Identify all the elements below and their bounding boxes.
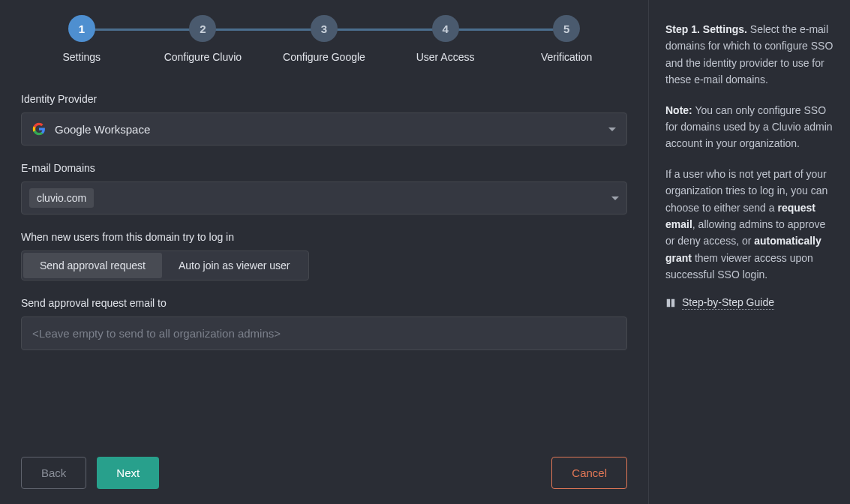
google-icon (32, 122, 46, 136)
step-label-configure-google: Configure Google (283, 51, 365, 63)
step-by-step-guide-link[interactable]: Step-by-Step Guide (665, 296, 833, 310)
step-label-user-access: User Access (416, 51, 475, 63)
help-paragraph-2: Note: You can only configure SSO for dom… (665, 102, 833, 152)
auto-join-viewer-option[interactable]: Auto join as viewer user (162, 253, 307, 278)
identity-provider-select[interactable]: Google Workspace (21, 112, 627, 146)
step-number-3: 3 (311, 15, 338, 42)
chevron-down-icon (611, 196, 619, 200)
step-number-5: 5 (553, 15, 580, 42)
send-approval-request-option[interactable]: Send approval request (23, 253, 162, 278)
help-step-title: Step 1. Settings. (665, 23, 747, 35)
next-button[interactable]: Next (97, 457, 159, 489)
main-content: 1 Settings 2 Configure Cluvio 3 Configur… (0, 0, 649, 504)
step-number-1: 1 (68, 15, 95, 42)
help-paragraph-1: Step 1. Settings. Select the e-mail doma… (665, 21, 833, 88)
email-domains-label: E-mail Domains (21, 162, 627, 174)
step-label-verification: Verification (541, 51, 592, 63)
identity-provider-value: Google Workspace (55, 123, 150, 136)
back-button[interactable]: Back (21, 457, 86, 489)
guide-link-text: Step-by-Step Guide (682, 296, 774, 310)
step-user-access[interactable]: 4 User Access (385, 15, 506, 63)
help-note-label: Note: (665, 104, 692, 116)
book-icon (665, 298, 676, 308)
approval-email-input[interactable] (21, 316, 627, 350)
help-paragraph-3: If a user who is not yet part of your or… (665, 166, 833, 284)
approval-email-label: Send approval request email to (21, 297, 627, 309)
step-configure-google[interactable]: 3 Configure Google (263, 15, 385, 63)
wizard-stepper: 1 Settings 2 Configure Cluvio 3 Configur… (21, 15, 627, 63)
domain-tag: cluvio.com (29, 188, 94, 208)
new-users-label: When new users from this domain try to l… (21, 231, 627, 243)
chevron-down-icon (608, 128, 616, 131)
step-settings[interactable]: 1 Settings (21, 15, 143, 63)
step-verification[interactable]: 5 Verification (506, 15, 627, 63)
cancel-button[interactable]: Cancel (551, 457, 627, 489)
step-configure-cluvio[interactable]: 2 Configure Cluvio (143, 15, 264, 63)
step-number-2: 2 (189, 15, 216, 42)
step-number-4: 4 (432, 15, 459, 42)
step-label-settings: Settings (63, 51, 101, 63)
step-label-configure-cluvio: Configure Cluvio (164, 51, 242, 63)
footer-buttons: Back Next Cancel (21, 442, 627, 489)
identity-provider-label: Identity Provider (21, 93, 627, 105)
new-users-toggle-group: Send approval request Auto join as viewe… (21, 250, 309, 280)
email-domains-select[interactable]: cluvio.com (21, 182, 627, 214)
help-sidebar: Step 1. Settings. Select the e-mail doma… (649, 0, 850, 504)
